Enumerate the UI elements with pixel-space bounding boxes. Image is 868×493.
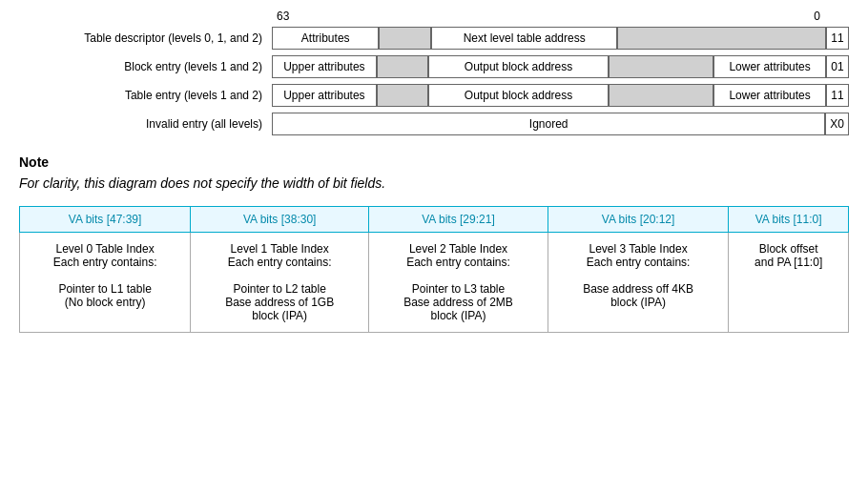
field-bits-2: 11 — [826, 84, 849, 107]
field-cell-3-0: Ignored — [272, 113, 825, 135]
va-row-0: Level 0 Table IndexEach entry contains:P… — [20, 233, 849, 333]
entry-row-2: Table entry (levels 1 and 2)Upper attrib… — [19, 84, 849, 107]
field-bits-3: X0 — [825, 113, 849, 135]
field-cell-2-4: Lower attributes — [713, 84, 826, 107]
field-cell-1-1 — [377, 55, 428, 78]
field-cell-2-0: Upper attributes — [272, 84, 377, 107]
field-bits-0: 11 — [826, 27, 849, 50]
va-cell-0-3: Level 3 Table IndexEach entry contains:B… — [548, 233, 728, 333]
diagram-section: 63 0 Table descriptor (levels 0, 1, and … — [19, 10, 849, 135]
entry-label-2: Table entry (levels 1 and 2) — [19, 89, 272, 102]
field-cell-0-1 — [379, 27, 431, 50]
bit-63-label: 63 — [277, 10, 289, 23]
va-cell-0-4: Block offsetand PA [11:0] — [729, 233, 849, 333]
entry-row-1: Block entry (levels 1 and 2)Upper attrib… — [19, 55, 849, 78]
field-cell-1-2: Output block address — [428, 55, 610, 78]
va-cell-0-1: Level 1 Table IndexEach entry contains:P… — [191, 233, 369, 333]
entry-label-1: Block entry (levels 1 and 2) — [19, 60, 272, 73]
entry-label-3: Invalid entry (all levels) — [19, 117, 272, 131]
va-header-3: VA bits [20:12] — [548, 207, 728, 233]
field-cell-0-3 — [617, 27, 826, 50]
field-cell-1-3 — [609, 55, 713, 78]
note-text: For clarity, this diagram does not speci… — [19, 175, 849, 191]
note-section: Note For clarity, this diagram does not … — [19, 154, 849, 191]
va-table-header: VA bits [47:39]VA bits [38:30]VA bits [2… — [20, 207, 849, 233]
note-title: Note — [19, 154, 849, 170]
field-cell-0-2: Next level table address — [431, 27, 616, 50]
field-cell-0-0: Attributes — [272, 27, 379, 50]
entry-label-0: Table descriptor (levels 0, 1, and 2) — [19, 31, 272, 45]
bit-labels: 63 0 — [19, 10, 849, 23]
va-cell-0-2: Level 2 Table IndexEach entry contains:P… — [369, 233, 548, 333]
field-cell-1-0: Upper attributes — [272, 55, 377, 78]
va-table: VA bits [47:39]VA bits [38:30]VA bits [2… — [19, 206, 849, 333]
entry-rows: Table descriptor (levels 0, 1, and 2)Att… — [19, 27, 849, 135]
field-cell-2-1 — [377, 84, 428, 107]
va-table-container: VA bits [47:39]VA bits [38:30]VA bits [2… — [19, 206, 849, 333]
entry-row-3: Invalid entry (all levels)IgnoredX0 — [19, 113, 849, 135]
field-cell-2-3 — [609, 84, 713, 107]
field-cell-2-2: Output block address — [428, 84, 610, 107]
bit-0-label: 0 — [814, 10, 820, 23]
field-cell-1-4: Lower attributes — [713, 55, 826, 78]
entry-row-0: Table descriptor (levels 0, 1, and 2)Att… — [19, 27, 849, 50]
va-table-body: Level 0 Table IndexEach entry contains:P… — [20, 233, 849, 333]
field-bits-1: 01 — [826, 55, 849, 78]
va-header-0: VA bits [47:39] — [20, 207, 191, 233]
va-header-2: VA bits [29:21] — [369, 207, 548, 233]
va-header-4: VA bits [11:0] — [729, 207, 849, 233]
va-cell-0-0: Level 0 Table IndexEach entry contains:P… — [20, 233, 191, 333]
va-header-1: VA bits [38:30] — [191, 207, 369, 233]
